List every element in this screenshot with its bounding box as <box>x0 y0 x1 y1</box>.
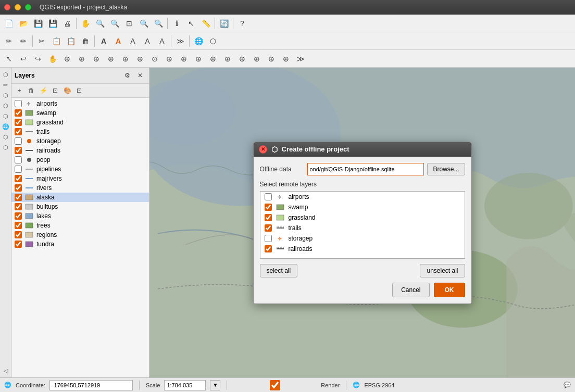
dialog-layer-checkbox-grassland[interactable] <box>265 214 272 221</box>
layer-more-btn[interactable]: ⊡ <box>73 85 85 96</box>
layer-item-railroads[interactable]: railroads <box>11 146 149 155</box>
label-a4-btn[interactable]: A <box>141 34 154 48</box>
layer-item-swamp[interactable]: swamp <box>11 108 149 118</box>
layer-checkbox-tundra[interactable] <box>15 241 22 248</box>
unselect-all-button[interactable]: unselect all <box>420 264 465 277</box>
refresh-btn[interactable]: 🔄 <box>217 17 231 30</box>
layer-checkbox-grassland[interactable] <box>15 119 22 126</box>
layer-checkbox-pipelines[interactable] <box>15 166 22 173</box>
zoom-out-btn[interactable]: 🔍 <box>108 17 121 30</box>
close-button[interactable] <box>4 4 10 10</box>
add-ring-btn[interactable]: ⊕ <box>104 52 118 66</box>
more-btn[interactable]: ≫ <box>173 34 187 48</box>
layer-checkbox-popp[interactable] <box>15 156 22 163</box>
left-icon-bottom[interactable]: ◁ <box>1 366 10 375</box>
move-feature-btn[interactable]: ⊙ <box>148 52 161 66</box>
redo-btn[interactable]: ↪ <box>31 52 45 66</box>
layer-style-btn[interactable]: 🎨 <box>61 85 73 96</box>
layer-checkbox-railroads[interactable] <box>15 147 22 154</box>
zoom-in-btn[interactable]: 🔍 <box>93 17 107 30</box>
copy-btn[interactable]: 📋 <box>49 34 63 48</box>
remove-layer-btn[interactable]: 🗑 <box>26 85 37 96</box>
browse-button[interactable]: Browse... <box>427 163 465 175</box>
add-line-btn[interactable]: ⊕ <box>75 52 89 66</box>
snap-btn[interactable]: ↖ <box>2 52 16 66</box>
layers-settings-btn[interactable]: ⚙ <box>121 70 133 81</box>
simplify-btn[interactable]: ⊕ <box>177 52 191 66</box>
layer-checkbox-airports[interactable] <box>15 100 22 107</box>
plugin-btn[interactable]: ⬡ <box>206 34 220 48</box>
maximize-button[interactable] <box>25 4 31 10</box>
undo-btn[interactable]: ↩ <box>17 52 30 66</box>
offset-btn[interactable]: ⊕ <box>206 52 220 66</box>
rotate-feature-btn[interactable]: ⊕ <box>162 52 176 66</box>
zoom-full-btn[interactable]: ⊡ <box>122 17 136 30</box>
select-btn[interactable]: ↖ <box>184 17 198 30</box>
layer-item-storagep[interactable]: storagep <box>11 136 149 146</box>
layer-checkbox-regions[interactable] <box>15 231 22 238</box>
add-part-btn[interactable]: ⊕ <box>119 52 132 66</box>
dialog-layer-item-swamp[interactable]: swamp <box>260 202 465 212</box>
reshape-btn[interactable]: ⊕ <box>192 52 205 66</box>
dialog-layers-list[interactable]: ✈airportsswampgrasslandtrails✈storagepra… <box>260 191 465 259</box>
layer-checkbox-rivers[interactable] <box>15 184 22 192</box>
layer-checkbox-builtups[interactable] <box>15 203 22 210</box>
dialog-layer-checkbox-storagep[interactable] <box>265 235 272 242</box>
cut-btn[interactable]: ✂ <box>35 34 48 48</box>
left-icon-3[interactable]: ⬡ <box>1 91 10 100</box>
layer-item-alaska[interactable]: alaska <box>11 193 149 202</box>
minimize-button[interactable] <box>15 4 21 10</box>
left-icon-6[interactable]: 🌐 <box>1 122 10 131</box>
layer-properties-btn[interactable]: ⊡ <box>49 85 61 96</box>
layer-item-trees[interactable]: trees <box>11 221 149 230</box>
measure-btn[interactable]: 📏 <box>199 17 213 30</box>
left-icon-5[interactable]: ⬡ <box>1 111 10 121</box>
layer-item-builtups[interactable]: builtups <box>11 202 149 211</box>
cancel-button[interactable]: Cancel <box>392 283 429 297</box>
new-project-btn[interactable]: 📄 <box>2 17 16 30</box>
zoom-layer-btn[interactable]: 🔍 <box>137 17 151 30</box>
globe-btn[interactable]: 🌐 <box>192 34 205 48</box>
left-icon-1[interactable]: ⬡ <box>1 70 10 79</box>
split-parts-btn[interactable]: ⊕ <box>235 52 249 66</box>
dialog-layer-item-trails[interactable]: trails <box>260 223 465 233</box>
layer-item-pipelines[interactable]: pipelines <box>11 165 149 174</box>
more2-btn[interactable]: ≫ <box>294 52 307 66</box>
layer-item-airports[interactable]: ✈airports <box>11 99 149 108</box>
fill-ring-btn[interactable]: ⊕ <box>133 52 147 66</box>
dialog-layer-item-grassland[interactable]: grassland <box>260 212 465 223</box>
ok-button[interactable]: OK <box>434 283 465 297</box>
layers-close-btn[interactable]: ✕ <box>134 70 146 81</box>
layer-checkbox-lakes[interactable] <box>15 212 22 220</box>
edit-nodes-btn[interactable]: ✏ <box>17 34 30 48</box>
layer-item-rivers[interactable]: rivers <box>11 183 149 193</box>
label-a5-btn[interactable]: A <box>155 34 169 48</box>
dialog-layer-item-railroads[interactable]: railroads <box>260 244 465 254</box>
dialog-layer-checkbox-swamp[interactable] <box>265 204 272 211</box>
node-tool-btn[interactable]: ⊕ <box>265 52 278 66</box>
layer-checkbox-swamp[interactable] <box>15 109 22 117</box>
identify-btn[interactable]: ℹ <box>170 17 183 30</box>
dialog-layer-item-storagep[interactable]: ✈storagep <box>260 233 465 244</box>
delete-btn[interactable]: 🗑 <box>79 34 92 48</box>
layer-checkbox-storagep[interactable] <box>15 137 22 145</box>
scale-dropdown-btn[interactable]: ▼ <box>210 380 220 390</box>
layer-item-popp[interactable]: popp <box>11 155 149 165</box>
pan-btn[interactable]: ✋ <box>79 17 92 30</box>
split-btn[interactable]: ⊕ <box>221 52 234 66</box>
left-icon-8[interactable]: ⬡ <box>1 143 10 152</box>
help-btn[interactable]: ? <box>235 17 249 30</box>
coordinate-input[interactable] <box>49 380 133 390</box>
dialog-layer-checkbox-trails[interactable] <box>265 224 272 232</box>
left-icon-2[interactable]: ✏ <box>1 80 10 90</box>
label-a1-btn[interactable]: A <box>97 34 110 48</box>
layer-checkbox-trees[interactable] <box>15 222 22 229</box>
left-icon-4[interactable]: ⬡ <box>1 101 10 110</box>
layer-item-grassland[interactable]: grassland <box>11 118 149 127</box>
layer-item-lakes[interactable]: lakes <box>11 211 149 221</box>
label-a3-btn[interactable]: A <box>126 34 140 48</box>
layer-checkbox-majrivers[interactable] <box>15 175 22 182</box>
dialog-layer-checkbox-railroads[interactable] <box>265 245 272 252</box>
layer-item-majrivers[interactable]: majrivers <box>11 174 149 183</box>
layer-item-regions[interactable]: regions <box>11 230 149 239</box>
